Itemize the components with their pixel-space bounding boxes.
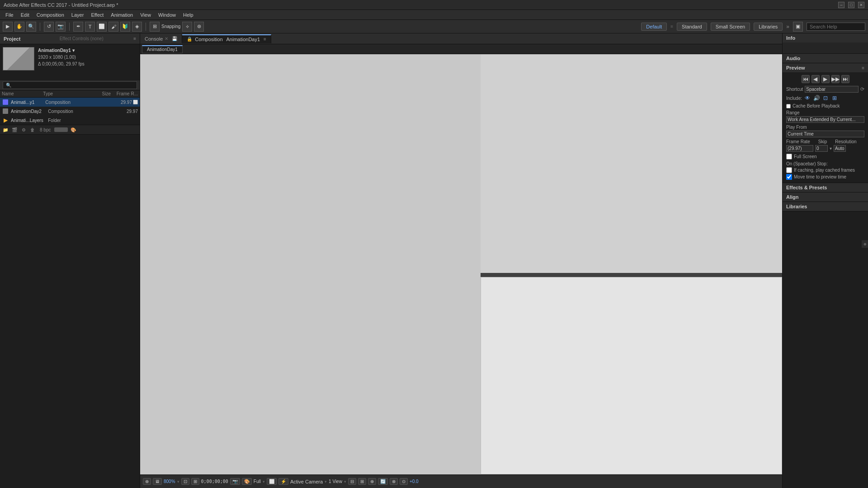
snap-obj[interactable]: ⊛ [194,22,204,32]
viewer-snap-btn[interactable]: ⊕ [143,478,151,485]
workspace-small-screen[interactable]: Small Screen [711,23,750,31]
menu-window[interactable]: Window [155,11,179,19]
btn-prev-frame[interactable]: ◀ [811,75,820,83]
framerate-select[interactable]: (29.97) [786,145,813,152]
include-video-icon[interactable]: 👁 [804,94,811,102]
viewer-camera-arrow[interactable]: ▾ [325,479,327,484]
tab-comp-menu[interactable]: ≡ [264,37,266,42]
menu-edit[interactable]: Edit [17,11,33,19]
tab-console-close[interactable]: ✕ [165,36,168,41]
menu-view[interactable]: View [137,11,155,19]
align-header[interactable]: Align [783,192,868,202]
shortcut-record[interactable]: ⟳ [860,86,864,92]
viewer-tb4[interactable]: ⊞ [358,478,366,485]
workspace-default[interactable]: Default [641,23,667,31]
tool-puppet[interactable]: ◈ [132,22,142,32]
delete-btn[interactable]: 🗑 [29,126,36,133]
effect-controls-tab[interactable]: Effect Controls (none) [60,36,104,41]
tool-stamp[interactable]: 🔰 [120,22,130,32]
libraries-header[interactable]: Libraries [783,202,868,211]
playfrom-select[interactable]: Current Time [786,131,864,137]
viewer-tb7[interactable]: ⊗ [390,478,398,485]
viewer-color-btn[interactable]: 🎨 [242,478,252,485]
preview-header[interactable]: Preview ≡ [783,63,868,72]
maximize-button[interactable]: □ [848,2,854,8]
btn-skip-end[interactable]: ⏭ [841,75,849,83]
btn-next-frame[interactable]: ▶▶ [831,75,840,83]
tab-composition[interactable]: 🔒 Composition AnimationDay1 ≡ [182,34,271,43]
icon-panel-toggle[interactable]: ▣ [793,22,803,32]
panel-menu-icon[interactable]: ≡ [133,36,136,41]
resolution-select[interactable]: Auto [834,145,846,152]
viewer-quality-arrow[interactable]: ▾ [263,479,265,484]
search-input[interactable] [807,23,865,31]
preview-expand-icon[interactable]: ≡ [862,66,864,70]
window-controls[interactable]: – □ ✕ [838,2,864,8]
stop-cache-checkbox[interactable] [786,167,792,173]
cache-checkbox[interactable] [786,104,791,108]
include-overdots-icon[interactable]: ⊡ [822,94,829,102]
skip-input[interactable] [815,145,828,152]
proj-item-3[interactable]: ▶ Animati...Layers Folder [0,116,140,125]
tool-arrow[interactable]: ▶ [3,22,13,32]
tool-pen[interactable]: ✒ [73,22,83,32]
viewer-view-arrow[interactable]: ▾ [344,479,346,484]
proj-item-2[interactable]: AnimationDay2 Composition 29.97 [0,107,140,116]
range-select[interactable]: Work Area Extended By Current... [786,116,864,123]
viewer-tb6[interactable]: 🔄 [378,478,388,485]
include-audio-icon[interactable]: 🔊 [813,94,820,102]
minimize-button[interactable]: – [838,2,844,8]
viewer-tb3[interactable]: ⊟ [348,478,356,485]
viewer-grid-btn[interactable]: ⊞ [191,478,199,485]
btn-play[interactable]: ▶ [821,75,830,83]
comp-subtab-active[interactable]: AnimationDay1 [142,45,183,53]
workspace-menu[interactable]: ≡ [670,24,673,29]
menu-file[interactable]: File [2,11,17,19]
snap-toggle[interactable]: ⟡ [182,22,192,32]
menu-layer[interactable]: Layer [68,11,88,19]
workspace-standard[interactable]: Standard [677,23,707,31]
project-panel-header[interactable]: Project Effect Controls (none) ≡ [0,33,140,44]
viewer-timecode[interactable]: 0;00;00;00 [201,479,228,484]
project-tab[interactable]: Project [4,36,20,42]
viewer-tb1[interactable]: ⬜ [267,478,277,485]
tool-type[interactable]: T [85,22,95,32]
viewer-tb8[interactable]: ⊙ [400,478,408,485]
viewer-fit-btn[interactable]: ⊡ [181,478,189,485]
workspace-libraries[interactable]: Libraries [754,23,783,31]
viewer-zoom-arrow[interactable]: ▾ [177,479,179,484]
viewer-zoom[interactable]: 800% [164,479,175,484]
viewer-monitor-btn[interactable]: 🖥 [153,478,162,485]
viewer-tb2[interactable]: ⚡ [278,478,288,485]
fullscreen-checkbox[interactable] [786,154,792,160]
viewer-offset[interactable]: +0.0 [410,479,419,484]
tool-paint[interactable]: 🖌 [108,22,118,32]
close-button[interactable]: ✕ [858,2,864,8]
tool-hand[interactable]: ✋ [14,22,24,32]
info-header[interactable]: Info [783,33,868,42]
menu-effect[interactable]: Effect [87,11,107,19]
viewer-snapshot-btn[interactable]: 📷 [230,478,240,485]
menu-help[interactable]: Help [179,11,197,19]
workspace-more[interactable]: » [786,23,789,30]
shortcut-select[interactable]: Spacebar [805,86,859,93]
tab-console-save[interactable]: 💾 [172,36,177,41]
audio-header[interactable]: Audio [783,54,868,63]
skip-arrow[interactable]: ▾ [830,146,832,151]
btn-skip-start[interactable]: ⏮ [802,75,810,83]
stop-movetime-checkbox[interactable] [786,174,792,180]
tool-shape[interactable]: ⬜ [97,22,107,32]
menu-animation[interactable]: Animation [107,11,137,19]
footage-settings-btn[interactable]: ⚙ [20,126,27,133]
tool-rotate[interactable]: ↺ [44,22,54,32]
project-search-input[interactable] [3,81,137,89]
tab-console[interactable]: Console ✕ 💾 [140,35,182,43]
effects-presets-header[interactable]: Effects & Presets [783,183,868,192]
include-effects-icon[interactable]: ⊞ [831,94,838,102]
new-comp-btn[interactable]: 🎬 [11,126,18,133]
menu-composition[interactable]: Composition [33,11,68,19]
tool-camera[interactable]: 📷 [56,22,66,32]
snapping-btn[interactable]: ⊞ [150,22,160,32]
tool-zoom[interactable]: 🔍 [26,22,36,32]
proj-item-1[interactable]: Animati...y1 Composition 29.97 ⬜ [0,98,140,107]
